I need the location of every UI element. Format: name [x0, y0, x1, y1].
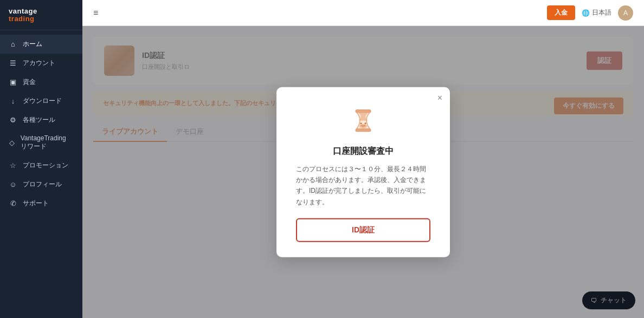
- profile-icon: ☺: [9, 180, 17, 189]
- globe-icon: 🌐: [582, 9, 590, 17]
- language-label: 日本語: [592, 8, 611, 17]
- sidebar-item-support-label: サポート: [23, 199, 49, 208]
- sidebar-item-account-label: アカウント: [23, 59, 55, 68]
- sidebar-item-profile-label: プロフィール: [23, 180, 62, 189]
- home-icon: ⌂: [9, 40, 17, 48]
- funds-icon: ▣: [9, 78, 17, 86]
- sidebar-item-home-label: ホーム: [23, 40, 42, 49]
- account-review-modal: × 口座開設審査中: [276, 87, 450, 257]
- modal-body: このプロセスには３〜１０分、最長２４時間かかる場合があります。承認後、入金できま…: [296, 163, 430, 207]
- sidebar-item-promotions[interactable]: ☆ プロモーション: [0, 156, 82, 175]
- sidebar-nav: ⌂ ホーム ☰ アカウント ▣ 資金 ↓ ダウンロード ⚙ 各種ツール ◇ Va…: [0, 30, 82, 318]
- svg-point-4: [365, 122, 366, 124]
- modal-title: 口座開設審査中: [296, 145, 430, 157]
- main-area: ≡ 入金 🌐 日本語 A ID認証 口座開設と取引ロ 認証 今すぐ: [82, 0, 644, 318]
- sidebar-item-promotions-label: プロモーション: [23, 161, 68, 170]
- sidebar-item-account[interactable]: ☰ アカウント: [0, 54, 82, 73]
- download-icon: ↓: [9, 97, 17, 105]
- support-icon: ✆: [9, 199, 17, 207]
- sidebar-item-funds-label: 資金: [23, 77, 36, 87]
- sidebar-item-support[interactable]: ✆ サポート: [0, 194, 82, 213]
- sidebar-item-home[interactable]: ⌂ ホーム: [0, 35, 82, 54]
- sidebar-item-funds[interactable]: ▣ 資金: [0, 73, 82, 92]
- promotions-icon: ☆: [9, 161, 17, 170]
- rewards-icon: ◇: [9, 139, 15, 147]
- sidebar-item-tools[interactable]: ⚙ 各種ツール: [0, 111, 82, 129]
- sidebar-item-download[interactable]: ↓ ダウンロード: [0, 92, 82, 111]
- tools-icon: ⚙: [9, 116, 17, 124]
- sidebar-item-download-label: ダウンロード: [23, 96, 62, 106]
- deposit-button[interactable]: 入金: [547, 5, 575, 20]
- sidebar-item-rewards-label: VantageTrading リワード: [21, 134, 74, 151]
- sidebar-item-profile[interactable]: ☺ プロフィール: [0, 175, 82, 194]
- sidebar-item-rewards[interactable]: ◇ VantageTrading リワード: [0, 129, 82, 156]
- page-content: ID認証 口座開設と取引ロ 認証 今すぐ有効にする セキュリティ機能向上の一環と…: [82, 26, 644, 318]
- modal-cta-button[interactable]: ID認証: [296, 218, 430, 242]
- logo: vantage trading: [0, 0, 82, 30]
- topbar-right: 入金 🌐 日本語 A: [547, 5, 633, 21]
- topbar-left: ≡: [93, 8, 98, 18]
- modal-close-button[interactable]: ×: [437, 93, 442, 102]
- sidebar-item-tools-label: 各種ツール: [23, 115, 55, 125]
- svg-point-3: [360, 122, 362, 124]
- user-avatar[interactable]: A: [618, 5, 633, 21]
- topbar: ≡ 入金 🌐 日本語 A: [82, 0, 644, 26]
- language-selector[interactable]: 🌐 日本語: [582, 8, 611, 17]
- menu-toggle[interactable]: ≡: [93, 8, 98, 18]
- hourglass-icon: [347, 104, 379, 137]
- sidebar: vantage trading ⌂ ホーム ☰ アカウント ▣ 資金 ↓ ダウン…: [0, 0, 82, 318]
- logo-vantage: vantage: [9, 8, 74, 15]
- account-icon: ☰: [9, 59, 17, 67]
- logo-trading: trading: [9, 15, 74, 23]
